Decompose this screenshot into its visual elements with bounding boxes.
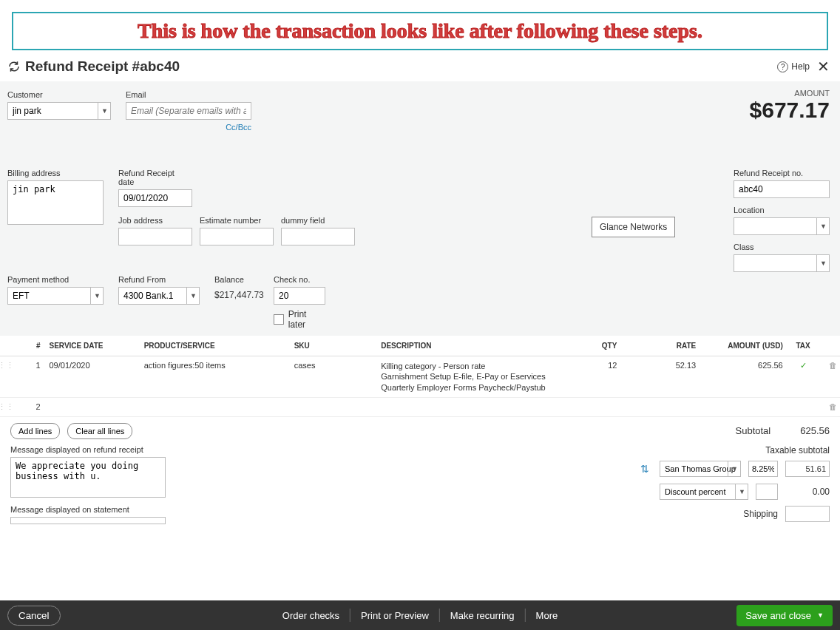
payment-method-label: Payment method — [7, 275, 104, 284]
discount-type-select[interactable] — [660, 484, 748, 500]
clear-lines-button[interactable]: Clear all lines — [67, 423, 132, 439]
location-label: Location — [734, 206, 830, 214]
payment-method-select[interactable] — [7, 287, 104, 305]
estimate-number-label: Estimate number — [200, 216, 274, 225]
message-receipt-input[interactable]: We appreciate you doing business with u. — [10, 457, 166, 498]
col-sku: SKU — [290, 336, 377, 356]
recurring-icon — [7, 60, 21, 73]
email-label: Email — [126, 90, 251, 99]
refund-from-label: Refund From — [118, 275, 200, 284]
class-select[interactable] — [734, 254, 830, 272]
page-header: Refund Receipt #abc40 ? Help ✕ — [0, 58, 840, 81]
save-and-close-button[interactable]: Save and close ▼ — [736, 605, 833, 626]
more-link[interactable]: More — [526, 610, 569, 621]
instruction-banner: This is how the transaction looks like a… — [12, 12, 828, 50]
taxable-subtotal-label: Taxable subtotal — [608, 445, 830, 455]
order-checks-link[interactable]: Order checks — [272, 610, 350, 621]
class-label: Class — [734, 243, 830, 251]
balance-label: Balance — [214, 275, 259, 284]
discount-value-input[interactable] — [756, 484, 778, 500]
col-qty: QTY — [566, 336, 622, 356]
banner-text: This is how the transaction looks like a… — [21, 19, 819, 43]
subtotal-label: Subtotal — [736, 425, 771, 436]
tax-check-icon[interactable]: ✓ — [788, 356, 819, 398]
receipt-date-label: Refund Receipt date — [118, 169, 192, 186]
line-items-table: # SERVICE DATE PRODUCT/SERVICE SKU DESCR… — [0, 336, 840, 417]
table-row[interactable]: ⋮⋮ 2 🗑 — [0, 397, 840, 416]
job-address-label: Job address — [118, 216, 192, 225]
help-link[interactable]: ? Help — [777, 61, 810, 72]
form-body: AMOUNT $677.17 Customer ▼ Email Cc/Bcc B… — [0, 81, 840, 336]
receipt-no-input[interactable] — [734, 180, 830, 198]
footer-bar: Cancel Order checks Print or Preview Mak… — [0, 600, 840, 630]
amount-label: AMOUNT — [750, 89, 830, 98]
chevron-down-icon: ▼ — [817, 612, 824, 619]
help-icon: ? — [777, 61, 788, 72]
billing-address-input[interactable]: jin park — [7, 180, 104, 225]
print-later-label: Print later — [288, 309, 325, 330]
shipping-input[interactable] — [785, 506, 830, 522]
amount-value: $677.17 — [750, 98, 830, 123]
cancel-button[interactable]: Cancel — [7, 606, 61, 626]
message-statement-label: Message displayed on statement — [10, 505, 232, 514]
tax-percent-input[interactable] — [748, 461, 778, 477]
col-tax: TAX — [788, 336, 819, 356]
trash-icon[interactable]: 🗑 — [819, 397, 840, 416]
print-later-checkbox[interactable] — [274, 314, 284, 325]
shipping-label: Shipping — [704, 509, 778, 519]
glance-networks-badge: Glance Networks — [592, 217, 675, 237]
job-address-input[interactable] — [118, 228, 192, 245]
col-num: # — [19, 336, 44, 356]
close-button[interactable]: ✕ — [814, 58, 833, 75]
table-row[interactable]: ⋮⋮ 1 09/01/2020 action figures:50 items … — [0, 356, 840, 398]
dummy-field-input[interactable] — [281, 228, 355, 245]
check-no-input[interactable] — [274, 287, 325, 305]
swap-icon[interactable]: ⇅ — [637, 460, 652, 478]
make-recurring-link[interactable]: Make recurring — [440, 610, 525, 621]
message-receipt-label: Message displayed on refund receipt — [10, 445, 232, 454]
receipt-date-input[interactable] — [118, 189, 192, 207]
location-select[interactable] — [734, 217, 830, 235]
add-lines-button[interactable]: Add lines — [10, 423, 60, 439]
col-amount: AMOUNT (USD) — [700, 336, 788, 356]
drag-handle-icon[interactable]: ⋮⋮ — [0, 356, 19, 398]
customer-select[interactable] — [7, 102, 111, 120]
receipt-no-label: Refund Receipt no. — [734, 169, 830, 177]
email-input[interactable] — [126, 102, 251, 120]
col-description: DESCRIPTION — [376, 336, 566, 356]
message-statement-input[interactable] — [10, 517, 166, 524]
check-no-label: Check no. — [274, 275, 325, 284]
discount-amount: 0.00 — [785, 487, 830, 497]
col-rate: RATE — [621, 336, 700, 356]
customer-label: Customer — [7, 90, 111, 99]
tax-amount: 51.61 — [785, 461, 830, 477]
cc-bcc-link[interactable]: Cc/Bcc — [126, 123, 251, 132]
balance-value: $217,447.73 — [214, 287, 259, 300]
amount-display: AMOUNT $677.17 — [750, 89, 830, 123]
trash-icon[interactable]: 🗑 — [819, 356, 840, 398]
dummy-field-label: dummy field — [281, 216, 355, 225]
refund-from-select[interactable] — [118, 287, 200, 305]
tax-group-select[interactable] — [660, 461, 741, 477]
page-title: Refund Receipt #abc40 — [25, 58, 180, 75]
estimate-number-input[interactable] — [200, 228, 274, 245]
subtotal-value: 625.56 — [800, 425, 830, 436]
col-service-date: SERVICE DATE — [45, 336, 140, 356]
billing-label: Billing address — [7, 169, 104, 177]
drag-handle-icon[interactable]: ⋮⋮ — [0, 397, 19, 416]
print-preview-link[interactable]: Print or Preview — [350, 610, 439, 621]
col-product: PRODUCT/SERVICE — [140, 336, 290, 356]
